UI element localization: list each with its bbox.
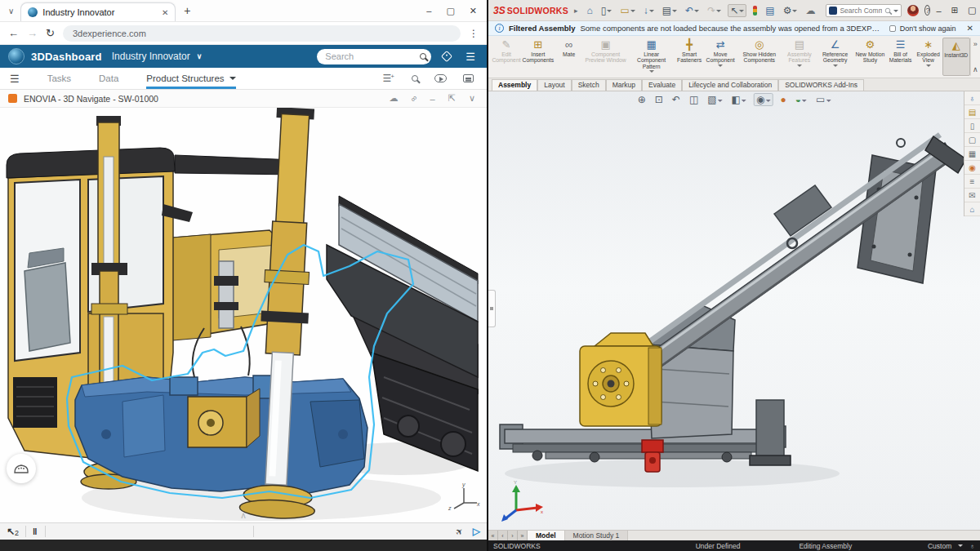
display-style-icon[interactable]: ◧ [730, 94, 748, 105]
feature-manager-collapsed-handle[interactable] [488, 290, 496, 327]
browser-minimize-button[interactable]: – [426, 6, 431, 16]
menu-expander-icon[interactable]: ▸ [574, 7, 578, 15]
tab-markup[interactable]: Markup [606, 79, 642, 91]
assistant-button[interactable] [7, 454, 36, 483]
redo-button[interactable]: ↷ [706, 5, 723, 16]
drill-rig-model[interactable] [0, 108, 487, 522]
select-button[interactable]: ↖ [728, 4, 746, 17]
task-pane-recycle-bin-icon[interactable]: ▯ [964, 119, 980, 133]
tab-sketch[interactable]: Sketch [572, 79, 606, 91]
open-file-button[interactable]: ▭ [618, 5, 636, 16]
browser-close-button[interactable]: ✕ [470, 6, 477, 16]
edit-appearance-icon[interactable]: ● [778, 94, 787, 105]
search-icon[interactable] [420, 53, 426, 60]
apply-scene-icon[interactable]: ◒ [794, 94, 808, 105]
fullscreen-widget-icon[interactable]: ⇱ [448, 93, 456, 104]
configuration-selector[interactable]: Custom [928, 542, 951, 550]
rebuild-traffic-light-button[interactable] [751, 5, 759, 16]
dashboard-name[interactable]: Industry Innovator [112, 51, 190, 62]
dashboard-menu-icon[interactable]: ☰ [466, 51, 475, 63]
ribbon-exploded-view-button[interactable]: ∗ Exploded View [915, 38, 942, 76]
task-pane-appearances-scenes-icon[interactable]: ◉ [964, 161, 980, 175]
last-tab-icon[interactable]: » [518, 531, 528, 540]
next-tab-icon[interactable]: › [508, 531, 518, 540]
reload-icon[interactable]: ↻ [46, 27, 55, 39]
hide-show-items-icon[interactable]: ◉ [754, 93, 773, 106]
3d-viewport[interactable]: y x z ∧ [0, 108, 487, 522]
view-settings-icon[interactable]: ▭ [814, 94, 832, 105]
3dexperience-compass-icon[interactable] [8, 48, 24, 64]
sw-maximize-button[interactable]: ▢ [968, 5, 976, 16]
browser-maximize-button[interactable]: ▢ [446, 6, 454, 16]
collapse-widget-icon[interactable]: ∨ [469, 93, 475, 104]
red-clamp-handle[interactable] [642, 440, 663, 472]
comments-icon[interactable] [463, 74, 474, 82]
browser-tab[interactable]: Industry Innovator ✕ [20, 2, 176, 21]
dont-show-again-checkbox[interactable] [889, 25, 896, 32]
previous-view-icon[interactable]: ↶ [670, 94, 682, 105]
tab-lifecycle-and-collaboration[interactable]: Lifecycle and Collaboration [682, 79, 778, 91]
forward-icon[interactable]: → [27, 27, 38, 39]
zoom-to-fit-icon[interactable]: ⊕ [636, 94, 648, 105]
tab-layout[interactable]: Layout [537, 79, 572, 91]
ribbon-linear-component-pattern-button[interactable]: ▦ Linear Component Pattern [629, 38, 675, 76]
tab-assembly[interactable]: Assembly [492, 79, 537, 91]
first-tab-icon[interactable]: « [488, 531, 498, 540]
back-icon[interactable]: ← [8, 27, 19, 39]
undo-button[interactable]: ↶ [684, 5, 701, 16]
ribbon-mate-button[interactable]: ∞ Mate [555, 38, 583, 76]
tab-tasks[interactable]: Tasks [47, 68, 71, 89]
command-search-input[interactable] [840, 7, 882, 15]
tab-close-icon[interactable]: ✕ [162, 8, 168, 17]
save-button[interactable]: ↓ [642, 5, 656, 16]
ribbon-smart-fasteners-button[interactable]: ╋ Smart Fasteners [675, 38, 705, 76]
ribbon-bill-of-materials-button[interactable]: ☰ Bill of Materials [886, 38, 914, 76]
task-pane-3dexperience-icon[interactable]: ♁ [964, 91, 980, 105]
configuration-caret-icon[interactable] [958, 544, 963, 549]
task-pane-file-explorer-icon[interactable]: ▢ [964, 133, 980, 147]
dashboard-search[interactable] [317, 49, 431, 64]
tab-motion-study-1[interactable]: Motion Study 1 [565, 531, 629, 540]
url-field[interactable]: 3dexperience.com [63, 25, 461, 42]
home-button[interactable]: ⌂ [586, 5, 595, 16]
help-icon[interactable]: ? [924, 5, 930, 16]
browser-menu-icon[interactable]: ⋮ [469, 28, 479, 39]
ribbon-assembly-features-button[interactable]: ▤ Assembly Features [782, 38, 817, 76]
assembly-model[interactable] [488, 91, 980, 530]
zoom-to-area-icon[interactable]: ⊡ [653, 94, 665, 105]
banner-close-icon[interactable]: ✕ [967, 24, 973, 33]
print-button[interactable]: ▤ [661, 5, 679, 16]
task-pane-view-palette-icon[interactable]: ▦ [964, 147, 980, 161]
play-icon[interactable]: ▷ [473, 526, 480, 537]
ribbon-insert-components-button[interactable]: ⊞ Insert Components [521, 38, 555, 76]
new-tab-button[interactable]: + [184, 4, 190, 17]
prev-tab-icon[interactable]: ‹ [498, 531, 508, 540]
media-icon[interactable] [434, 74, 447, 82]
launch-icon[interactable]: ✈ [452, 525, 465, 538]
advanced-search-icon[interactable] [412, 75, 418, 82]
ribbon-component-preview-window-button[interactable]: ▣ Component Preview Window [583, 38, 629, 76]
ribbon-edit-component-button[interactable]: ✎ Edit Component [492, 38, 521, 76]
sw-minimize-button[interactable]: – [936, 6, 941, 16]
add-to-list-icon[interactable]: ☰+ [383, 73, 395, 84]
task-pane-design-library-icon[interactable]: ▤ [964, 105, 980, 119]
3dexperience-cloud-button[interactable]: ☁ [804, 5, 817, 16]
support-bracket[interactable] [750, 400, 791, 465]
ribbon-collapse-icon[interactable]: ∧ [973, 65, 978, 73]
new-file-button[interactable]: ▯ [599, 5, 614, 16]
ribbon-move-component-button[interactable]: ⇄ Move Component [705, 38, 737, 76]
ribbon-show-hidden-components-button[interactable]: ◎ Show Hidden Components [737, 38, 782, 76]
file-properties-button[interactable]: ▤ [764, 5, 776, 16]
pause-icon[interactable]: ‖ [33, 527, 38, 536]
user-avatar[interactable] [907, 5, 919, 16]
dashboard-caret-icon[interactable]: ∨ [197, 52, 203, 60]
panel-collapse-icon[interactable]: ∧ [240, 510, 247, 521]
nav-hamburger-icon[interactable]: ☰ [10, 73, 20, 85]
dashboard-search-input[interactable] [325, 51, 420, 61]
ribbon-new-motion-study-button[interactable]: ⚙ New Motion Study [853, 38, 886, 76]
minimize-widget-icon[interactable]: – [430, 94, 435, 104]
tab-data[interactable]: Data [99, 68, 118, 89]
tab-evaluate[interactable]: Evaluate [642, 79, 682, 91]
task-pane-home-icon[interactable]: ⌂ [964, 202, 980, 216]
yellow-gearbox[interactable] [580, 333, 662, 426]
